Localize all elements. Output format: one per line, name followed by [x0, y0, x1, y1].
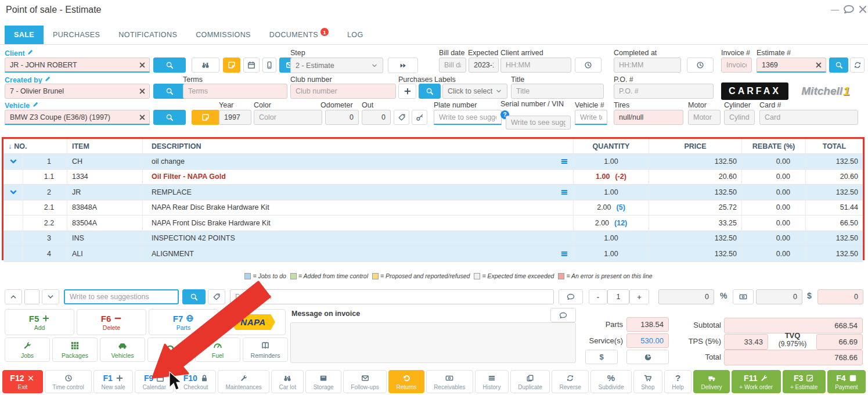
carfax-logo[interactable]: CARFAX	[721, 82, 788, 100]
f6-delete-button[interactable]: F6 Delete	[77, 309, 146, 335]
action-button[interactable]: F11 + Work order	[732, 370, 781, 393]
action-button[interactable]: Shop	[633, 370, 662, 393]
client-phone-button[interactable]	[262, 58, 276, 73]
action-button[interactable]: Car lot	[271, 370, 304, 393]
tab[interactable]: COMMISSIONS	[186, 26, 260, 44]
action-button[interactable]: F10 Checkout	[175, 370, 216, 393]
tool-button[interactable]: Jobs	[5, 337, 50, 362]
created-by-input[interactable]	[5, 84, 150, 99]
mitchell1-logo[interactable]: Mitchell1	[793, 82, 858, 100]
clear-icon[interactable]	[815, 62, 822, 69]
clear-icon[interactable]	[139, 114, 146, 121]
terms-input[interactable]	[183, 84, 287, 99]
cylinder-input[interactable]	[724, 110, 755, 125]
qty-input[interactable]	[607, 289, 629, 304]
tool-button[interactable]: Reminders	[243, 337, 288, 362]
action-button[interactable]: Time control	[45, 370, 92, 393]
estimate-search-button[interactable]	[829, 58, 848, 73]
rebate-percent-input[interactable]	[658, 289, 714, 304]
header-total[interactable]: TOTAL	[806, 139, 863, 153]
chevron-down-icon[interactable]	[9, 188, 17, 196]
edit-icon[interactable]	[44, 76, 51, 82]
clear-icon[interactable]	[139, 62, 146, 69]
tires-input[interactable]	[614, 110, 683, 125]
header-no[interactable]: ↓NO.	[3, 139, 67, 153]
table-row[interactable]: 2.1 83848A NAPA Rear Disc Brake Hardware…	[3, 200, 863, 216]
tool-button[interactable]: Fuel	[195, 337, 240, 362]
title-input[interactable]	[511, 84, 604, 99]
client-input[interactable]	[5, 58, 150, 73]
tool-button[interactable]	[147, 337, 193, 362]
qty-minus-button[interactable]: -	[589, 289, 607, 304]
action-button[interactable]: Reverse	[552, 370, 589, 393]
labels-select[interactable]: Click to select	[442, 84, 507, 99]
bill-date-input[interactable]	[439, 58, 466, 73]
action-button[interactable]: F1 New sale	[93, 370, 133, 393]
close-icon[interactable]	[857, 3, 868, 15]
line-menu-icon[interactable]	[560, 157, 568, 166]
table-row[interactable]: 2.2 83504A NAPA Front Disc Brake Hardwar…	[3, 216, 863, 231]
item-comment-button[interactable]	[559, 289, 583, 304]
vehicle-search-button[interactable]	[153, 110, 186, 125]
card-number-input[interactable]	[759, 110, 858, 125]
out-input[interactable]	[362, 110, 391, 125]
vin-input[interactable]	[506, 116, 571, 130]
tab[interactable]: PURCHASES	[44, 26, 109, 44]
header-quantity[interactable]: QUANTITY	[574, 139, 649, 153]
action-button[interactable]: F9 Calendar	[135, 370, 174, 393]
header-description[interactable]: DESCRIPTION	[143, 139, 574, 153]
pie-chart-button[interactable]	[626, 350, 669, 364]
key-button[interactable]	[412, 110, 427, 125]
action-button[interactable]: Maintenances	[218, 370, 269, 393]
year-input[interactable]	[219, 110, 251, 125]
action-button[interactable]: Duplicate	[510, 370, 550, 393]
club-number-input[interactable]	[290, 84, 396, 99]
header-price[interactable]: PRICE	[649, 139, 742, 153]
f5-add-button[interactable]: F5 Add	[5, 309, 74, 335]
vehicle-note-button[interactable]	[192, 110, 219, 125]
motor-input[interactable]	[688, 110, 721, 125]
action-button[interactable]: % Subdivide	[590, 370, 632, 393]
header-rebate[interactable]: REBATE (%)	[742, 139, 806, 153]
action-button[interactable]: ? Help	[664, 370, 691, 393]
table-row[interactable]: 1 CH oil change 1.00 132.50 0.00 132.50	[3, 154, 863, 170]
item-suggest-input[interactable]	[64, 289, 179, 304]
line-menu-icon[interactable]	[560, 250, 568, 258]
tool-button[interactable]: Vehicles	[100, 337, 145, 362]
plate-number-input[interactable]	[434, 110, 502, 125]
client-note-button[interactable]	[223, 58, 240, 73]
move-up-button[interactable]	[5, 289, 22, 304]
client-search-button[interactable]	[153, 58, 186, 73]
created-by-search-button[interactable]	[153, 84, 186, 99]
completed-at-input[interactable]	[614, 58, 681, 73]
client-calendar-button[interactable]	[243, 58, 260, 73]
line-menu-icon[interactable]	[560, 188, 568, 196]
action-button[interactable]: F12 Exit	[2, 370, 43, 393]
vehicle-input[interactable]	[5, 110, 150, 125]
move-down-button[interactable]	[42, 289, 59, 304]
step-select[interactable]: 2 - Estimate	[290, 58, 383, 73]
estimate-refresh-button[interactable]	[850, 58, 865, 73]
header-item[interactable]: ITEM	[67, 139, 143, 153]
chat-icon[interactable]	[843, 3, 855, 15]
invoice-number-input[interactable]	[721, 58, 752, 73]
currency-button[interactable]: $	[585, 350, 618, 364]
table-row[interactable]: 4 ALI ALIGNMENT 1.00 132.50 0.00 132.50	[3, 246, 863, 262]
table-row[interactable]: 2 JR REMPLACE 1.00 132.50 0.00 132.50	[3, 185, 863, 200]
action-button[interactable]: Storage	[305, 370, 341, 393]
action-button[interactable]: Returns	[388, 370, 424, 393]
tab[interactable]: LOG	[338, 26, 373, 44]
completed-at-clock-button[interactable]	[687, 58, 714, 73]
client-arrived-clock-button[interactable]	[575, 58, 602, 73]
line-number-input[interactable]	[24, 289, 39, 304]
tag-button[interactable]	[394, 110, 409, 125]
purchases-search-button[interactable]	[419, 84, 441, 99]
tab[interactable]: SALE	[5, 26, 44, 44]
action-button[interactable]: F3 + Estimate	[783, 370, 826, 393]
action-button[interactable]: History	[475, 370, 509, 393]
edit-icon[interactable]	[32, 101, 39, 108]
tab[interactable]: DOCUMENTS 1	[260, 26, 338, 44]
table-row[interactable]: 1.1 1334 Oil Filter - NAPA Gold 1.00(-2)…	[3, 170, 863, 185]
f7-parts-button[interactable]: F7 Parts	[149, 309, 218, 335]
color-input[interactable]	[254, 110, 322, 125]
